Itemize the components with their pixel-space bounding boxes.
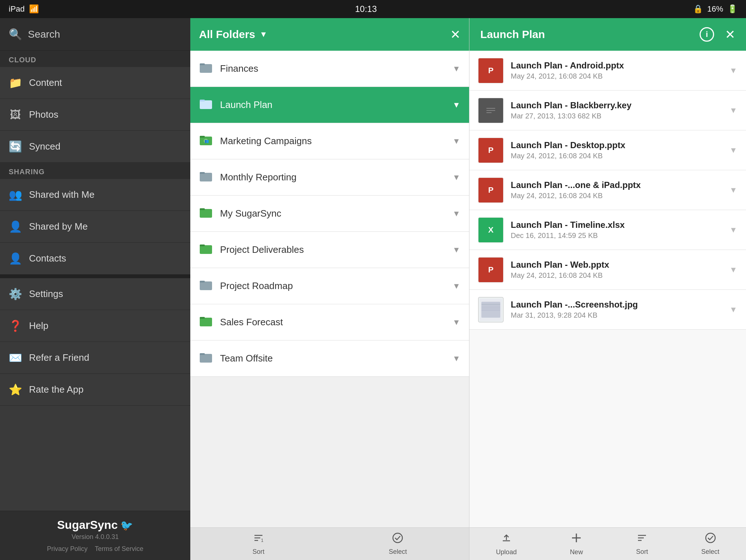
- svg-point-41: [706, 533, 715, 543]
- chevron-deliverables: ▼: [452, 245, 460, 255]
- folder-panel-title-area: All Folders ▼: [199, 28, 268, 41]
- sidebar-item-settings[interactable]: ⚙️ Settings: [0, 278, 190, 310]
- wifi-icon: 📶: [29, 4, 39, 14]
- folder-item-monthly[interactable]: Monthly Reporting ▼: [190, 159, 469, 196]
- file-name-iphone-ipad: Launch Plan -...one & iPad.pptx: [511, 180, 722, 190]
- status-right: 🔒 16% 🔋: [693, 4, 737, 14]
- files-panel-bottom-toolbar: Upload New: [469, 527, 746, 560]
- svg-rect-11: [200, 208, 205, 210]
- file-name-android: Launch Plan - Android.pptx: [511, 60, 722, 71]
- jpg-thumbnail-screenshot: [478, 297, 503, 322]
- chevron-offsite: ▼: [452, 354, 460, 363]
- svg-rect-15: [200, 281, 205, 283]
- upload-label: Upload: [496, 548, 517, 556]
- file-chevron-iphone-ipad: ▼: [729, 185, 737, 195]
- sidebar-refer-label: Refer a Friend: [29, 352, 89, 363]
- sidebar-item-help[interactable]: ❓ Help: [0, 310, 190, 342]
- files-panel-title: Launch Plan: [480, 28, 545, 41]
- new-button[interactable]: New: [570, 532, 583, 556]
- info-button[interactable]: i: [700, 27, 714, 42]
- search-icon: 🔍: [9, 28, 22, 41]
- folder-name-finances: Finances: [220, 63, 445, 74]
- search-bar[interactable]: 🔍 Search: [0, 18, 190, 51]
- folder-name-sales: Sales Forecast: [220, 317, 445, 328]
- folder-item-deliverables[interactable]: Project Deliverables ▼: [190, 232, 469, 268]
- sidebar-item-synced[interactable]: 🔄 Synced: [0, 131, 190, 163]
- status-bar: iPad 📶 10:13 🔒 16% 🔋: [0, 0, 746, 18]
- sidebar-item-shared-with-me[interactable]: 👥 Shared with Me: [0, 179, 190, 211]
- files-check-circle-icon: [705, 532, 716, 546]
- folder-name-offsite: Team Offsite: [220, 353, 445, 364]
- folder-panel-bottom-toolbar: 1 Sort Select: [190, 527, 469, 560]
- file-chevron-timeline: ▼: [729, 225, 737, 235]
- folder-item-launch-plan[interactable]: Launch Plan ▼: [190, 87, 469, 123]
- files-panel-actions: i ✕: [700, 27, 735, 42]
- file-item-iphone-ipad[interactable]: P Launch Plan -...one & iPad.pptx May 24…: [469, 170, 746, 210]
- svg-rect-17: [200, 317, 205, 319]
- file-meta-iphone-ipad: May 24, 2012, 16:08 204 KB: [511, 192, 722, 200]
- chevron-sales: ▼: [452, 318, 460, 327]
- folder-icon-sales: [199, 314, 213, 331]
- svg-rect-1: [200, 63, 205, 65]
- file-name-blackberry: Launch Plan - Blackberry.key: [511, 100, 722, 110]
- file-item-screenshot[interactable]: Launch Plan -...Screenshot.jpg Mar 31, 2…: [469, 290, 746, 330]
- sidebar-item-shared-by-me[interactable]: 👤 Shared by Me: [0, 211, 190, 243]
- file-name-desktop: Launch Plan - Desktop.pptx: [511, 140, 722, 150]
- file-item-desktop[interactable]: P Launch Plan - Desktop.pptx May 24, 201…: [469, 130, 746, 170]
- file-info-android: Launch Plan - Android.pptx May 24, 2012,…: [511, 60, 722, 80]
- sidebar-item-refer[interactable]: ✉️ Refer a Friend: [0, 342, 190, 374]
- svg-rect-18: [200, 354, 212, 363]
- file-item-web[interactable]: P Launch Plan - Web.pptx May 24, 2012, 1…: [469, 250, 746, 290]
- folder-item-offsite[interactable]: Team Offsite ▼: [190, 340, 469, 377]
- files-list: P Launch Plan - Android.pptx May 24, 201…: [469, 51, 746, 527]
- file-chevron-android: ▼: [729, 66, 737, 75]
- file-item-blackberry[interactable]: Launch Plan - Blackberry.key Mar 27, 201…: [469, 91, 746, 130]
- files-sort-label: Sort: [636, 548, 648, 556]
- folder-panel-close-button[interactable]: ✕: [450, 27, 460, 42]
- folder-item-sales[interactable]: Sales Forecast ▼: [190, 304, 469, 340]
- sidebar-item-rate[interactable]: ⭐ Rate the App: [0, 374, 190, 406]
- file-meta-screenshot: Mar 31, 2013, 9:28 204 KB: [511, 311, 722, 319]
- svg-rect-16: [200, 318, 212, 326]
- file-item-timeline[interactable]: X Launch Plan - Timeline.xlsx Dec 16, 20…: [469, 210, 746, 250]
- folder-item-sugarsync[interactable]: My SugarSync ▼: [190, 196, 469, 232]
- folder-name-launch-plan: Launch Plan: [220, 99, 445, 110]
- svg-rect-3: [200, 100, 205, 101]
- folder-icon-finances: [199, 60, 213, 77]
- file-name-screenshot: Launch Plan -...Screenshot.jpg: [511, 300, 722, 310]
- sidebar-item-contacts[interactable]: 👤 Contacts: [0, 243, 190, 275]
- sidebar-item-photos[interactable]: 🖼 Photos: [0, 99, 190, 131]
- svg-rect-12: [200, 245, 212, 254]
- version-label: Version 4.0.0.31: [7, 533, 183, 541]
- folder-item-marketing[interactable]: 👥 Marketing Campaigns ▼: [190, 123, 469, 159]
- terms-link[interactable]: Terms of Service: [95, 545, 143, 553]
- pptx-thumbnail-desktop: P: [478, 138, 503, 163]
- files-sort-button[interactable]: Sort: [636, 532, 648, 556]
- sidebar-item-content[interactable]: 📁 Content: [0, 67, 190, 99]
- sidebar-help-label: Help: [29, 320, 48, 331]
- search-placeholder: Search: [28, 29, 60, 40]
- folder-sort-button[interactable]: 1 Sort: [252, 532, 264, 556]
- sidebar-synced-label: Synced: [29, 141, 61, 152]
- folder-icon: 📁: [9, 76, 22, 89]
- files-select-button[interactable]: Select: [701, 532, 720, 556]
- folder-icon-marketing: 👥: [199, 133, 213, 150]
- contacts-icon: 👤: [9, 252, 22, 265]
- file-item-android[interactable]: P Launch Plan - Android.pptx May 24, 201…: [469, 51, 746, 91]
- sidebar-divider: [0, 275, 190, 278]
- privacy-policy-link[interactable]: Privacy Policy: [47, 545, 87, 553]
- files-panel-close-button[interactable]: ✕: [725, 27, 735, 42]
- sync-icon: 🔄: [9, 140, 22, 153]
- sidebar-shared-by-me-label: Shared by Me: [29, 221, 88, 232]
- folder-icon-monthly: [199, 169, 213, 186]
- folder-select-button[interactable]: Select: [389, 532, 407, 556]
- status-time: 10:13: [355, 4, 377, 14]
- upload-button[interactable]: Upload: [496, 532, 517, 556]
- upload-icon: [501, 532, 512, 546]
- folder-item-finances[interactable]: Finances ▼: [190, 51, 469, 87]
- sidebar-photos-label: Photos: [29, 109, 58, 120]
- svg-rect-8: [200, 173, 212, 181]
- folder-item-roadmap[interactable]: Project Roadmap ▼: [190, 268, 469, 304]
- file-meta-web: May 24, 2012, 16:08 204 KB: [511, 271, 722, 280]
- folder-select-label: Select: [389, 548, 407, 556]
